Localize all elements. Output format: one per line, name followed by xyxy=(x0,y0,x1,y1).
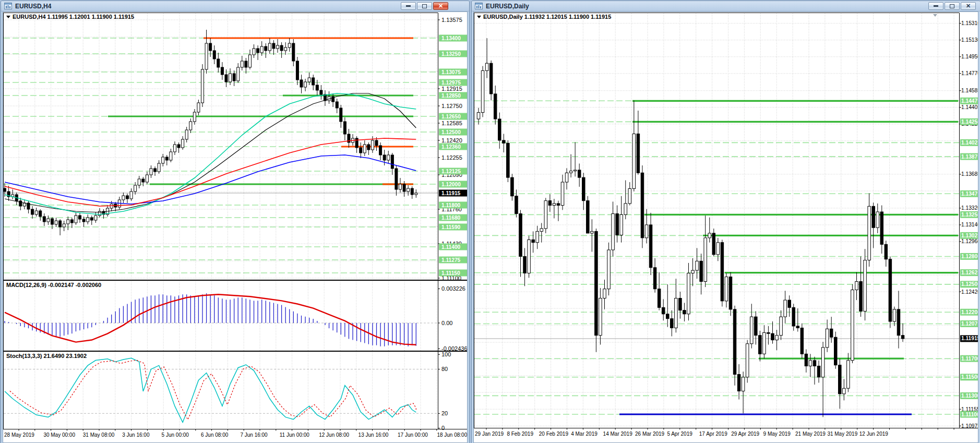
svg-text:5 Apr 2019: 5 Apr 2019 xyxy=(667,431,692,437)
svg-text:1.12850: 1.12850 xyxy=(441,93,461,99)
chart-window-icon xyxy=(475,3,483,9)
svg-text:28 May 2019: 28 May 2019 xyxy=(4,432,34,438)
svg-text:Stoch(13,3,3) 21.6490 23.1902: Stoch(13,3,3) 21.6490 23.1902 xyxy=(6,353,87,359)
symbol-info: EURUSD,H4 1.11995 1.12001 1.11900 1.1191… xyxy=(6,14,134,20)
svg-text:1.11400: 1.11400 xyxy=(441,244,461,250)
minimize-button[interactable] xyxy=(928,2,943,10)
svg-text:1.14250: 1.14250 xyxy=(961,119,978,125)
svg-text:3 Jun 16:00: 3 Jun 16:00 xyxy=(122,432,150,438)
restore-button[interactable] xyxy=(417,2,432,10)
svg-text:1.11300: 1.11300 xyxy=(961,393,978,399)
svg-text:EURUSD,Daily 1.11932 1.12015 1: EURUSD,Daily 1.11932 1.12015 1.11900 1.1… xyxy=(483,14,611,20)
svg-text:1.12420: 1.12420 xyxy=(961,289,978,295)
svg-text:1.13250: 1.13250 xyxy=(441,51,461,57)
chart-client-daily: 1.153101.151301.149501.147701.145851.144… xyxy=(473,11,978,443)
svg-text:1.11100: 1.11100 xyxy=(961,412,978,417)
svg-text:11 Jun 00:00: 11 Jun 00:00 xyxy=(280,432,310,438)
svg-text:1.14585: 1.14585 xyxy=(961,88,978,93)
titlebar-h4[interactable]: EURUSD,H4 ✕ xyxy=(1,1,469,11)
svg-text:31 May 08:00: 31 May 08:00 xyxy=(83,432,115,438)
svg-text:1.14405: 1.14405 xyxy=(961,104,978,110)
svg-text:1.12625: 1.12625 xyxy=(961,270,978,276)
svg-text:1.12200: 1.12200 xyxy=(961,309,978,315)
svg-text:29 Apr 2019: 29 Apr 2019 xyxy=(731,431,759,437)
minimize-icon xyxy=(406,5,411,7)
mt4-workspace: { "accent_colors":{"resistance_orange":"… xyxy=(0,0,980,443)
price-chart-h4[interactable]: 1.135751.129151.127501.125851.124201.122… xyxy=(3,12,468,442)
svg-text:12 Jun 2019: 12 Jun 2019 xyxy=(859,431,888,437)
svg-text:7 Jun 16:00: 7 Jun 16:00 xyxy=(240,432,268,438)
macd-label: MACD(12,26,9) -0.002147 -0.002060 xyxy=(6,282,101,288)
price-chart-daily[interactable]: 1.153101.151301.149501.147701.145851.144… xyxy=(474,12,978,442)
svg-text:EURUSD,H4 1.11995 1.12001 1.11: EURUSD,H4 1.11995 1.12001 1.11900 1.1191… xyxy=(13,14,134,20)
svg-text:1.14025: 1.14025 xyxy=(961,140,978,146)
svg-text:1.12255: 1.12255 xyxy=(441,154,462,161)
close-icon: ✕ xyxy=(438,3,443,9)
svg-text:30 May 00:00: 30 May 00:00 xyxy=(43,432,75,438)
svg-text:21 May 2019: 21 May 2019 xyxy=(795,431,826,437)
svg-text:1.12000: 1.12000 xyxy=(441,182,461,187)
window-title: EURUSD,Daily xyxy=(486,3,529,10)
svg-text:1.12915: 1.12915 xyxy=(441,86,462,92)
svg-text:0.00: 0.00 xyxy=(441,320,452,326)
svg-text:1.12800: 1.12800 xyxy=(961,254,978,259)
svg-text:1.11590: 1.11590 xyxy=(441,224,461,230)
svg-text:1.14475: 1.14475 xyxy=(961,98,978,104)
svg-text:20 Feb 2019: 20 Feb 2019 xyxy=(539,431,569,437)
svg-text:1.12075: 1.12075 xyxy=(961,321,978,327)
svg-text:17 Apr 2019: 17 Apr 2019 xyxy=(699,431,727,437)
titlebar-daily[interactable]: EURUSD,Daily ✕ xyxy=(472,1,980,11)
svg-text:1.12500: 1.12500 xyxy=(441,129,461,135)
svg-text:26 Mar 2019: 26 Mar 2019 xyxy=(635,431,665,437)
svg-text:1.11680: 1.11680 xyxy=(441,215,461,221)
close-icon: ✕ xyxy=(966,3,971,9)
svg-text:1.15130: 1.15130 xyxy=(961,37,978,43)
svg-text:1.11915: 1.11915 xyxy=(961,336,978,341)
svg-text:1.13075: 1.13075 xyxy=(441,69,461,75)
svg-text:1.13025: 1.13025 xyxy=(961,233,978,238)
svg-text:1.11275: 1.11275 xyxy=(441,257,461,263)
svg-text:100: 100 xyxy=(441,351,451,357)
svg-text:18 Jun 08:00: 18 Jun 08:00 xyxy=(437,432,467,438)
svg-text:1.12500: 1.12500 xyxy=(961,281,978,287)
restore-icon xyxy=(950,4,954,8)
svg-text:5 Jun 00:00: 5 Jun 00:00 xyxy=(162,432,189,438)
svg-text:1.13320: 1.13320 xyxy=(961,205,978,211)
svg-text:29 Jan 2019: 29 Jan 2019 xyxy=(475,431,504,437)
svg-text:0.003226: 0.003226 xyxy=(441,285,465,292)
svg-text:1.13575: 1.13575 xyxy=(441,17,462,23)
window-title: EURUSD,H4 xyxy=(15,3,51,10)
minimize-button[interactable] xyxy=(401,2,416,10)
svg-text:1.12750: 1.12750 xyxy=(441,103,462,109)
svg-text:1.13685: 1.13685 xyxy=(961,171,978,177)
close-button[interactable]: ✕ xyxy=(961,2,976,10)
svg-text:1.11800: 1.11800 xyxy=(441,202,461,208)
svg-text:1.12585: 1.12585 xyxy=(441,120,462,126)
svg-text:1.13250: 1.13250 xyxy=(961,212,978,218)
svg-text:1.12420: 1.12420 xyxy=(441,137,462,143)
chart-window-eurusd-h4: EURUSD,H4 ✕ 1.135751.129151.127501.12585… xyxy=(1,1,470,443)
svg-text:1.15310: 1.15310 xyxy=(961,20,978,26)
svg-text:1.14950: 1.14950 xyxy=(961,54,978,59)
svg-text:8 Feb 2019: 8 Feb 2019 xyxy=(507,431,533,437)
svg-text:0: 0 xyxy=(441,425,445,431)
svg-text:1.11700: 1.11700 xyxy=(961,356,978,362)
svg-text:12 Jun 08:00: 12 Jun 08:00 xyxy=(319,432,349,438)
svg-text:1.13140: 1.13140 xyxy=(961,222,978,228)
svg-text:4 Mar 2019: 4 Mar 2019 xyxy=(571,431,597,437)
svg-text:1.11500: 1.11500 xyxy=(961,374,978,380)
minimize-icon xyxy=(934,5,938,7)
close-button[interactable]: ✕ xyxy=(433,2,448,10)
svg-text:1.13475: 1.13475 xyxy=(961,191,978,197)
restore-button[interactable] xyxy=(945,2,960,10)
svg-text:17 Jun 00:00: 17 Jun 00:00 xyxy=(398,432,428,438)
chart-window-eurusd-daily: EURUSD,Daily ✕ 1.153101.151301.149501.14… xyxy=(471,1,980,443)
svg-text:20: 20 xyxy=(441,410,448,416)
svg-text:80: 80 xyxy=(441,366,448,372)
svg-text:13 Jun 16:00: 13 Jun 16:00 xyxy=(358,432,389,438)
stoch-label: Stoch(13,3,3) 21.6490 23.1902 xyxy=(6,353,87,359)
svg-text:9 May 2019: 9 May 2019 xyxy=(763,431,791,437)
svg-text:1.12360: 1.12360 xyxy=(441,144,461,150)
svg-text:1.12960: 1.12960 xyxy=(961,238,978,244)
chart-window-icon xyxy=(4,3,12,9)
